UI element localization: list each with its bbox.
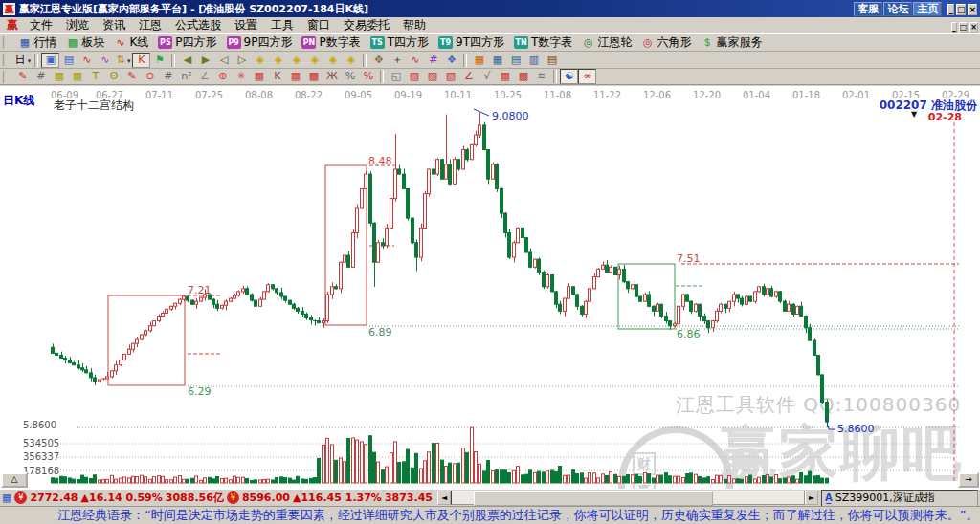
menu-交易委托[interactable]: 交易委托	[337, 17, 396, 33]
scrollbar-track[interactable]	[451, 491, 805, 505]
child-close-button[interactable]: ×	[969, 22, 978, 33]
chart-area[interactable]: 江恩工具软件 QQ:100800360 赢家聊吧 财 赢 7.216.298.4…	[0, 86, 980, 489]
time-window-2-icon[interactable]: ▩	[304, 69, 323, 84]
winner-service-button[interactable]: ＄赢家服务	[696, 35, 767, 51]
t-square-button[interactable]: TST四方形	[366, 35, 434, 51]
wave-lines-icon[interactable]: ≋	[532, 69, 550, 84]
chip-tool-icon[interactable]: ❖	[442, 53, 460, 68]
grid-lines-icon[interactable]: #	[32, 69, 50, 84]
p9-square-button[interactable]: P99P四方形	[222, 35, 298, 51]
zoom-tool-4-icon[interactable]: ◈	[305, 53, 323, 68]
select-region-icon[interactable]: ◱	[387, 69, 405, 84]
draw-pen-icon[interactable]: ✎	[13, 69, 32, 84]
save-icon[interactable]: ▥	[524, 53, 543, 68]
menu-帮助[interactable]: 帮助	[396, 17, 433, 33]
zoom-tool-2-icon[interactable]: ◈	[269, 53, 287, 68]
customer-service-button[interactable]: 客服	[854, 2, 882, 16]
period-selector[interactable]: 日 ▾	[13, 53, 32, 68]
angle-pen-icon[interactable]: ✎	[122, 69, 141, 84]
zoom-tool-6-icon[interactable]: ◈	[342, 53, 360, 68]
p-number-table-button[interactable]: PNP数字表	[297, 35, 365, 51]
menu-窗口[interactable]: 窗口	[301, 17, 337, 33]
child-minimize-button[interactable]: _	[951, 22, 957, 33]
hexagon-button[interactable]: ◎六角形	[636, 35, 696, 51]
notes-icon[interactable]: ▤	[506, 53, 524, 68]
zoom-tool-1-icon[interactable]: ◈	[251, 53, 269, 68]
menu-设置[interactable]: 设置	[228, 17, 264, 33]
menu-资讯[interactable]: 资讯	[96, 17, 132, 33]
p-square-button[interactable]: PSP四方形	[153, 35, 221, 51]
scrollbar-left-arrow-icon[interactable]: ◄	[437, 491, 451, 505]
square-number-icon[interactable]: n²	[177, 69, 195, 84]
t9-square-button[interactable]: T99T四方形	[434, 35, 509, 51]
menu-公式选股[interactable]: 公式选股	[168, 17, 228, 33]
kline-style-icon[interactable]: K	[132, 53, 150, 68]
t-number-table-button[interactable]: TNT数字表	[509, 35, 577, 51]
first-page-icon[interactable]: ◀	[178, 53, 196, 68]
hand-tool-icon[interactable]: ✥	[369, 53, 388, 68]
last-page-icon[interactable]: ▶	[196, 53, 214, 68]
infinity-icon[interactable]: ∞	[578, 69, 596, 84]
k-ticks-icon[interactable]: K	[268, 69, 286, 84]
child-restore-button[interactable]: □	[959, 22, 969, 33]
percent-icon[interactable]: %	[341, 69, 359, 84]
chart-scrollbar[interactable]: ◄ ►	[437, 491, 818, 505]
kline-chart[interactable]: 7.216.298.486.897.516.869.08005.8600	[0, 86, 980, 489]
minimize-button[interactable]: _	[947, 4, 954, 15]
gann-grid-2-icon[interactable]: ▦	[68, 69, 86, 84]
check-tool-icon[interactable]: √	[478, 69, 496, 84]
spiral-icon[interactable]: ʘ	[104, 69, 122, 84]
scale-toggle-icon[interactable]: ⇅ ▾	[114, 53, 132, 68]
channel-icon[interactable]: ▧	[441, 69, 459, 84]
golden-percent-icon[interactable]: %	[359, 69, 377, 84]
speed-lines-icon[interactable]: ▨	[423, 69, 441, 84]
scroll-right-button[interactable]: →	[958, 472, 979, 488]
sectors-button[interactable]: ▩板块	[61, 35, 109, 51]
gann-grid-1-icon[interactable]: ▦	[50, 69, 68, 84]
calendar-icon[interactable]: ▦	[470, 53, 488, 68]
info-panel-icon[interactable]: ▤	[59, 53, 78, 68]
ruler-grid-icon[interactable]: #	[159, 69, 177, 84]
taiji-icon[interactable]: ☯	[560, 69, 578, 84]
price-grid-icon[interactable]: ▦	[496, 69, 514, 84]
star-cycle-icon[interactable]: ✳	[232, 69, 250, 84]
window-mode-icon[interactable]: ▣	[41, 53, 59, 68]
zoom-tool-5-icon[interactable]: ◈	[323, 53, 342, 68]
ma-line-icon[interactable]: ∿	[78, 53, 96, 68]
market-grid-icon[interactable]: ▦	[2, 491, 11, 504]
scrollbar-right-arrow-icon[interactable]: ►	[805, 491, 818, 505]
calculator-icon[interactable]: ▦	[488, 53, 506, 68]
ellipse-icon[interactable]: ⊖	[141, 69, 159, 84]
indicator-line-icon[interactable]: ∿	[96, 53, 114, 68]
restore-button[interactable]: □	[956, 4, 967, 15]
kline-button[interactable]: ∿K线	[109, 35, 153, 51]
forum-button[interactable]: 论坛	[883, 2, 912, 16]
menu-工具[interactable]: 工具	[264, 17, 301, 33]
close-button[interactable]: ×	[968, 4, 977, 15]
angle-icon[interactable]: ∠	[195, 69, 213, 84]
scrollbar-thumb[interactable]	[474, 491, 713, 506]
cross-cursor-icon[interactable]: ＋	[388, 53, 406, 68]
menu-浏览[interactable]: 浏览	[59, 17, 96, 33]
expand-pane-button[interactable]: △	[1, 472, 28, 488]
menu-文件[interactable]: 文件	[23, 17, 59, 33]
circle-cross-icon[interactable]: ⊕	[213, 69, 232, 84]
gann-box-icon[interactable]: ▦	[250, 69, 268, 84]
wave-tool-icon[interactable]: ∿	[406, 53, 424, 68]
dropdown-marker-icon[interactable]: ▼	[911, 110, 917, 119]
next-bar-icon[interactable]: ▷	[233, 53, 251, 68]
cycle-tool-icon[interactable]: Ж	[323, 69, 341, 84]
homepage-button[interactable]: 主页	[913, 2, 942, 16]
trend-angle-icon[interactable]: ∠	[459, 69, 478, 84]
t-line-icon[interactable]: Ŧ	[86, 69, 104, 84]
flag-marker-icon[interactable]: ⚑	[150, 53, 168, 68]
dot-grid-icon[interactable]: ▩	[514, 69, 532, 84]
selected-index-panel[interactable]: A̲ SZ399001,深证成指	[821, 490, 978, 507]
menu-江恩[interactable]: 江恩	[132, 17, 168, 33]
grid-tool-icon[interactable]: #	[424, 53, 442, 68]
quotes-button[interactable]: ▦行情	[13, 35, 61, 51]
time-window-1-icon[interactable]: ▦	[286, 69, 304, 84]
zoom-tool-3-icon[interactable]: ◈	[287, 53, 305, 68]
prev-bar-icon[interactable]: ◁	[214, 53, 233, 68]
gann-wheel-button[interactable]: ◎江恩轮	[577, 35, 636, 51]
